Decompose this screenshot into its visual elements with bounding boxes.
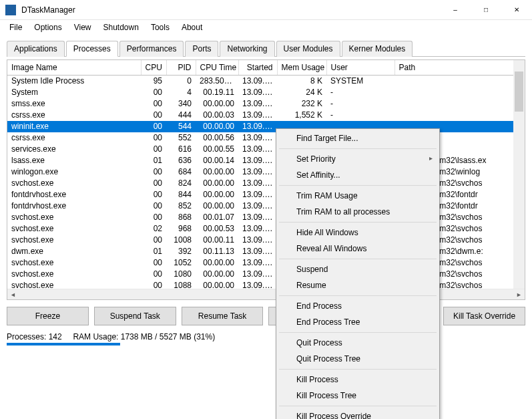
table-row[interactable]: winlogon.exe0068400.00.0013.09.50dows\Sy… — [7, 166, 525, 178]
column-header[interactable]: PID — [166, 60, 196, 76]
column-header[interactable]: Started — [238, 60, 277, 76]
menu-separator — [279, 295, 437, 296]
table-row[interactable]: svchost.exe0082400.00.0013.09.50dows\Sys… — [7, 178, 525, 189]
tab-user-modules[interactable]: User Modules — [276, 41, 340, 57]
context-menu-item[interactable]: Find Target File... — [278, 130, 438, 146]
context-menu-item[interactable]: Kill Process Tree — [278, 388, 438, 404]
tab-processes[interactable]: Processes — [66, 41, 118, 57]
maximize-button[interactable]: □ — [471, 0, 501, 20]
table-cell: fontdrvhost.exe — [7, 200, 141, 212]
context-menu-item[interactable]: Reveal All Windows — [278, 241, 438, 257]
table-cell: 13.09.50 — [238, 223, 277, 235]
scroll-left-icon[interactable]: ◄ — [7, 289, 19, 301]
kill-task-override-button[interactable]: Kill Task Override — [443, 307, 525, 325]
context-menu-item[interactable]: Suspend — [278, 261, 438, 277]
column-header[interactable]: Image Name — [7, 60, 141, 76]
table-row[interactable]: csrss.exe0044400.00.0313.09.491,552 K- — [7, 110, 525, 121]
context-menu-item[interactable]: Resume — [278, 277, 438, 293]
menu-shutdown[interactable]: Shutdown — [98, 21, 144, 33]
context-menu-item[interactable]: Set Priority — [278, 151, 438, 167]
menu-file[interactable]: File — [4, 21, 27, 33]
context-menu-item[interactable]: Trim RAM to all processes — [278, 204, 438, 220]
table-row[interactable]: lsass.exe0163600.00.1413.09.50dows\Syste… — [7, 155, 525, 166]
table-row[interactable]: svchost.exe0086800.01.0713.09.50dows\Sys… — [7, 212, 525, 223]
table-cell: 13.09.50 — [238, 200, 277, 212]
context-menu-item[interactable]: End Process Tree — [278, 314, 438, 330]
menu-separator — [279, 332, 437, 333]
table-row[interactable]: svchost.exe00108800.00.0013.09.51dows\Sy… — [7, 280, 525, 289]
column-header[interactable]: CPU — [141, 60, 166, 76]
table-row[interactable]: System Idle Process950283.50.4613.09.458… — [7, 76, 525, 87]
suspend-task-button[interactable]: Suspend Task — [94, 307, 176, 325]
table-row[interactable]: svchost.exe0296800.00.5313.09.50dows\Sys… — [7, 223, 525, 235]
vertical-scrollbar[interactable] — [513, 60, 525, 289]
context-menu-item[interactable]: Set Affinity... — [278, 167, 438, 183]
tab-networking[interactable]: Networking — [220, 41, 274, 57]
tab-kerner-modules[interactable]: Kerner Modules — [342, 41, 413, 57]
context-menu-item[interactable]: Quit Process — [278, 335, 438, 351]
table-cell: csrss.exe — [7, 110, 141, 121]
table-cell — [394, 76, 525, 87]
process-table: Image NameCPUPIDCPU TimeStartedMem Usage… — [7, 60, 525, 289]
table-row[interactable]: svchost.exe00108000.00.0013.09.51dows\Sy… — [7, 269, 525, 280]
table-cell: 00 — [141, 235, 166, 246]
menu-tools[interactable]: Tools — [146, 21, 175, 33]
tab-performances[interactable]: Performances — [119, 41, 184, 57]
table-row[interactable]: System00400.19.1113.09.4524 K- — [7, 87, 525, 98]
column-header[interactable]: Mem Usage — [277, 60, 326, 76]
table-cell: 24 K — [277, 87, 326, 98]
menu-separator — [279, 259, 437, 259]
menu-view[interactable]: View — [69, 21, 97, 33]
table-row[interactable]: dwm.exe0139200.11.1313.09.50dows\System3… — [7, 246, 525, 257]
table-row[interactable]: smss.exe0034000.00.0013.09.47232 K- — [7, 98, 525, 110]
context-menu-item[interactable]: Kill Process Override — [278, 408, 438, 419]
table-cell: 283.50.46 — [196, 76, 238, 87]
table-row[interactable]: wininit.exe0054400.00.0013.09.50 — [7, 121, 525, 132]
table-cell — [394, 98, 525, 110]
table-row[interactable]: fontdrvhost.exe0085200.00.0013.09.50dows… — [7, 200, 525, 212]
tab-ports[interactable]: Ports — [185, 41, 218, 57]
freeze-button[interactable]: Freeze — [7, 307, 89, 325]
table-row[interactable]: svchost.exe00100800.00.1113.09.50dows\Sy… — [7, 235, 525, 246]
context-menu-item[interactable]: End Process — [278, 298, 438, 314]
resume-task-button[interactable]: Resume Task — [182, 307, 264, 325]
table-cell: 00 — [141, 121, 166, 132]
horizontal-scrollbar[interactable]: ◄ ► — [7, 289, 525, 300]
action-buttons-row: FreezeSuspend TaskResume TaskFind Targek… — [7, 307, 525, 325]
column-header[interactable]: Path — [394, 60, 525, 76]
context-menu-item[interactable]: Hide All Windows — [278, 225, 438, 241]
table-cell: 544 — [166, 121, 196, 132]
context-menu-item[interactable]: Quit Process Tree — [278, 351, 438, 367]
table-cell: 02 — [141, 223, 166, 235]
table-row[interactable]: fontdrvhost.exe0084400.00.0013.09.50dows… — [7, 189, 525, 200]
menu-separator — [279, 148, 437, 149]
menu-about[interactable]: About — [176, 21, 208, 33]
table-cell: svchost.exe — [7, 269, 141, 280]
tab-applications[interactable]: Applications — [7, 41, 65, 57]
table-cell: 01 — [141, 246, 166, 257]
scrollbar-thumb[interactable] — [515, 72, 523, 112]
column-header[interactable]: User — [326, 60, 394, 76]
table-row[interactable]: svchost.exe00105200.00.0013.09.51dows\Sy… — [7, 257, 525, 269]
status-ram: RAM Usage: 1738 MB / 5527 MB (31%) — [73, 332, 215, 341]
table-cell: 00.00.00 — [196, 178, 238, 189]
context-menu-item[interactable]: Trim RAM Usage — [278, 188, 438, 204]
table-row[interactable]: csrss.exe0055200.00.5613.09.50 — [7, 132, 525, 144]
context-menu-item[interactable]: Kill Process — [278, 372, 438, 388]
table-cell: 684 — [166, 166, 196, 178]
table-cell: 8 K — [277, 76, 326, 87]
table-row[interactable]: services.exe0061600.00.5513.09.50 — [7, 144, 525, 155]
minimize-button[interactable]: – — [440, 0, 471, 20]
column-header[interactable]: CPU Time — [196, 60, 238, 76]
table-cell: 00 — [141, 110, 166, 121]
statusbar: Processes: 142 RAM Usage: 1738 MB / 5527… — [0, 328, 532, 348]
close-button[interactable]: ✕ — [501, 0, 532, 20]
table-cell: 00 — [141, 269, 166, 280]
window-title: DTaskManager — [21, 5, 440, 15]
table-cell: 00 — [141, 87, 166, 98]
table-cell: svchost.exe — [7, 178, 141, 189]
tab-strip: ApplicationsProcessesPerformancesPortsNe… — [7, 40, 525, 57]
table-cell: svchost.exe — [7, 212, 141, 223]
menu-options[interactable]: Options — [29, 21, 67, 33]
scroll-right-icon[interactable]: ► — [513, 289, 525, 301]
